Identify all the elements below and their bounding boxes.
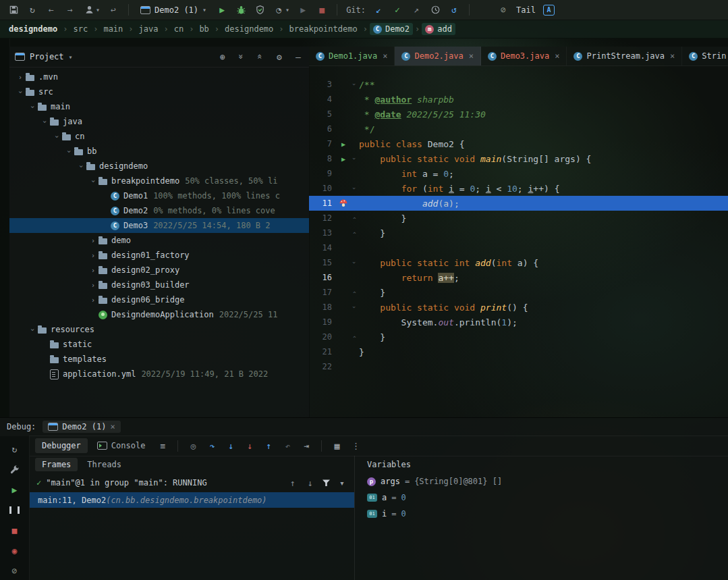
sync-button[interactable]: ↻ xyxy=(24,3,40,17)
tree-item-src[interactable]: ›src xyxy=(9,84,309,99)
line-number[interactable]: 10 xyxy=(309,184,337,193)
editor-tab-strin[interactable]: CStrin× xyxy=(682,47,728,65)
more-options-button[interactable]: ⋮ xyxy=(347,439,364,452)
run-line-icon[interactable]: ▶ xyxy=(341,155,345,163)
rerun-button[interactable]: ▶ xyxy=(295,3,311,17)
line-number[interactable]: 3 xyxy=(309,80,337,89)
code-line-17[interactable]: 17› } xyxy=(309,285,728,300)
line-number[interactable]: 13 xyxy=(309,228,337,238)
chevron-icon[interactable]: › xyxy=(88,237,99,244)
code-line-8[interactable]: 8▶› public static void main(String[] arg… xyxy=(309,151,728,166)
code-line-11[interactable]: 11 add(a); xyxy=(309,196,728,211)
debug-session-tab[interactable]: Demo2 (1) × xyxy=(43,421,120,433)
line-number[interactable]: 8 xyxy=(309,154,337,163)
fold-marker[interactable]: › xyxy=(351,154,358,163)
stop-button[interactable]: ■ xyxy=(314,3,330,17)
run-line-icon[interactable]: ▶ xyxy=(341,140,345,148)
step-into-button[interactable]: ↓ xyxy=(223,439,239,452)
breadcrumb-item-main[interactable]: main xyxy=(100,23,126,35)
mute-breakpoints-button[interactable]: ⊘ xyxy=(7,560,23,580)
line-number[interactable]: 12 xyxy=(309,213,337,223)
run-button[interactable]: ▶ xyxy=(214,3,230,17)
editor-tab-demo1-java[interactable]: CDemo1.java× xyxy=(309,47,395,65)
close-icon[interactable]: × xyxy=(469,51,474,61)
tree-item-breakpointdemo[interactable]: ›breakpointdemo50% classes, 50% li xyxy=(9,174,309,188)
settings-button[interactable]: ⚙ xyxy=(274,51,285,62)
line-number[interactable]: 17 xyxy=(309,288,337,297)
show-execution-point-button[interactable]: ◎ xyxy=(185,439,201,452)
chevron-icon[interactable]: › xyxy=(15,74,26,81)
stop-button[interactable]: ■ xyxy=(7,520,23,540)
line-number[interactable]: 14 xyxy=(309,243,337,253)
breadcrumb-item-designdemo[interactable]: designdemo xyxy=(5,23,61,35)
code-line-4[interactable]: 4 * @author sharpbb xyxy=(309,92,728,107)
editor-tab-demo3-java[interactable]: CDemo3.java× xyxy=(481,47,567,65)
hide-button[interactable]: — xyxy=(293,51,304,62)
code-line-22[interactable]: 22 xyxy=(309,359,728,374)
tree-item-templates[interactable]: templates xyxy=(9,352,309,367)
chevron-icon[interactable]: › xyxy=(29,101,36,112)
rerun-button[interactable]: ↻ xyxy=(7,440,23,460)
close-icon[interactable]: × xyxy=(670,51,675,61)
tree-item-design03-builder[interactable]: ›design03_builder xyxy=(9,278,309,292)
line-number[interactable]: 4 xyxy=(309,95,337,104)
tab-frames[interactable]: Frames xyxy=(35,458,78,471)
chevron-icon[interactable]: › xyxy=(65,146,73,157)
locate-file-button[interactable]: ⊕ xyxy=(217,51,228,62)
expand-all-button[interactable]: » xyxy=(236,51,247,62)
code-line-13[interactable]: 13› } xyxy=(309,226,728,240)
drop-frame-button[interactable]: ↶ xyxy=(279,439,296,452)
breadcrumb-item-cn[interactable]: cn xyxy=(171,23,187,35)
breadcrumb-item-add[interactable]: madd xyxy=(422,23,455,35)
editor-tab-printstream-java[interactable]: CPrintStream.java× xyxy=(567,47,682,65)
tree-item-bb[interactable]: ›bb xyxy=(9,144,309,159)
gutter-cell[interactable]: ▶ xyxy=(337,140,349,148)
line-number[interactable]: 18 xyxy=(309,302,337,312)
tree-item-designdemoapplication[interactable]: DesigndemoApplication2022/5/25 11 xyxy=(9,307,309,322)
code-line-9[interactable]: 9 int a = 0; xyxy=(309,166,728,181)
tree-item-static[interactable]: static xyxy=(9,337,309,352)
code-line-20[interactable]: 20› } xyxy=(309,329,728,344)
tree-item-design01-factory[interactable]: ›design01_factory xyxy=(9,248,309,263)
git-update-button[interactable]: ↙ xyxy=(370,3,387,17)
tree-item-demo1[interactable]: CDemo1100% methods, 100% lines c xyxy=(9,188,309,203)
edit-run-configuration-button[interactable] xyxy=(7,460,23,480)
tab-debugger[interactable]: Debugger xyxy=(35,438,88,453)
tree-item-java[interactable]: ›java xyxy=(9,114,309,129)
code-line-3[interactable]: 3›/** xyxy=(309,77,728,92)
editor-tab-demo2-java[interactable]: CDemo2.java× xyxy=(395,47,480,65)
code-line-12[interactable]: 12› } xyxy=(309,211,728,226)
chevron-icon[interactable]: › xyxy=(90,176,97,186)
view-breakpoints-button[interactable]: ◉ xyxy=(7,540,23,560)
fold-marker[interactable]: › xyxy=(351,332,358,342)
tree-item-cn[interactable]: ›cn xyxy=(9,129,309,144)
tree-item-designdemo[interactable]: ›designdemo xyxy=(9,159,309,174)
translate-button[interactable]: A xyxy=(540,3,557,17)
breadcrumb-item-breakpointdemo[interactable]: breakpointdemo xyxy=(286,23,361,35)
code-line-16[interactable]: 16 return a++; xyxy=(309,270,728,285)
tree-item-application-yml[interactable]: application.yml2022/5/19 11:49, 21 B 202… xyxy=(9,367,309,381)
fold-marker[interactable]: › xyxy=(351,80,358,89)
chevron-icon[interactable]: › xyxy=(78,161,85,172)
line-number[interactable]: 11 xyxy=(309,199,337,208)
move-down-button[interactable]: ↓ xyxy=(305,477,316,488)
move-up-button[interactable]: ↑ xyxy=(287,477,298,488)
close-icon[interactable]: × xyxy=(383,51,387,61)
rollback-button[interactable]: ↩ xyxy=(105,3,121,17)
tree-item-main[interactable]: ›main xyxy=(9,99,309,114)
chevron-icon[interactable]: › xyxy=(29,324,36,335)
step-over-button[interactable]: ↷ xyxy=(204,439,220,452)
code-line-7[interactable]: 7▶public class Demo2 { xyxy=(309,136,728,151)
code-line-10[interactable]: 10› for (int i = 0; i < 10; i++) { xyxy=(309,181,728,196)
stack-frame[interactable]: main:11, Demo2 (cn.bb.designdemo.breakpo… xyxy=(30,492,354,508)
chevron-down-icon[interactable]: ▾ xyxy=(69,53,73,61)
breadcrumb-item-java[interactable]: java xyxy=(136,23,162,35)
chevron-down-icon[interactable]: ▾ xyxy=(337,477,347,488)
fold-marker[interactable]: › xyxy=(351,228,358,238)
forward-button[interactable]: → xyxy=(62,3,78,17)
gutter-cell[interactable] xyxy=(337,198,349,209)
git-push-button[interactable]: ↗ xyxy=(408,3,424,17)
layout-settings-button[interactable]: ≡ xyxy=(155,439,171,452)
code-line-18[interactable]: 18› public static void print() { xyxy=(309,300,728,315)
variable-row-i[interactable]: 01i = 0 xyxy=(367,506,728,522)
